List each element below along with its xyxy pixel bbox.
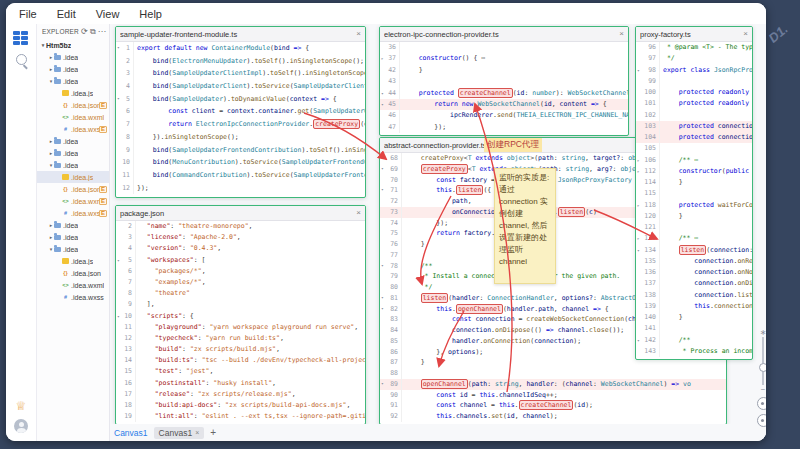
- fold-open-icon[interactable]: ▾: [117, 42, 120, 55]
- collapse-icon[interactable]: ⧉: [90, 27, 96, 37]
- fit-view-button[interactable]: [757, 397, 767, 410]
- line-number[interactable]: 71▾: [380, 185, 402, 196]
- tree-folder-row[interactable]: ▸.idea: [37, 51, 109, 63]
- line-number[interactable]: 45▾: [380, 99, 400, 110]
- highlighted-token[interactable]: listen: [456, 185, 483, 195]
- tree-folder-row[interactable]: ▸.idea: [37, 219, 109, 231]
- close-icon[interactable]: ×: [743, 30, 748, 38]
- close-icon[interactable]: ×: [356, 30, 361, 38]
- fold-open-icon[interactable]: ▾: [381, 261, 384, 272]
- tree-file-row[interactable]: {}.idea.json: [37, 267, 109, 279]
- tree-folder-row[interactable]: ▸.idea: [37, 147, 109, 159]
- line-number[interactable]: 106▸: [636, 155, 660, 166]
- zoom-slider-handle[interactable]: [759, 363, 766, 372]
- fold-open-icon[interactable]: ▾: [381, 304, 384, 315]
- fold-open-icon[interactable]: ▾: [637, 65, 640, 76]
- highlighted-token[interactable]: createProxy: [313, 119, 360, 129]
- line-number[interactable]: 10▾: [116, 311, 136, 322]
- search-icon[interactable]: [13, 54, 29, 70]
- close-icon[interactable]: ×: [356, 209, 361, 217]
- line-number[interactable]: 134▾: [636, 245, 660, 256]
- tree-file-row[interactable]: #.idea.wxss: [37, 291, 109, 303]
- tree-file-row[interactable]: <>.idea.wxml: [37, 111, 109, 123]
- highlighted-token[interactable]: openChannel: [456, 304, 503, 314]
- fold-open-icon[interactable]: ▾: [381, 379, 384, 390]
- canvas-tab[interactable]: Canvas1×: [154, 427, 205, 439]
- tree-file-row[interactable]: <>.idea.wxmlE: [37, 195, 109, 207]
- code-panel-electron-ipc[interactable]: electron-ipc-connection-provider.ts× 363…: [379, 26, 629, 136]
- highlighted-token[interactable]: createChannel: [458, 88, 513, 98]
- add-tab-button[interactable]: +: [210, 427, 216, 438]
- fold-open-icon[interactable]: ▾: [381, 185, 384, 196]
- close-icon[interactable]: ×: [619, 30, 624, 38]
- line-number[interactable]: 112▸: [636, 166, 660, 177]
- fold-open-icon[interactable]: ▾: [381, 88, 384, 99]
- tree-folder-row[interactable]: ▾.idea: [37, 243, 109, 255]
- code-panel-proxy-factory[interactable]: proxy-factory.ts× 96 * @param <T> - The …: [635, 26, 753, 360]
- fold-closed-icon[interactable]: ▸: [637, 166, 640, 177]
- fold-closed-icon[interactable]: ▸: [637, 200, 640, 211]
- line-number[interactable]: 82▾: [380, 304, 402, 315]
- fold-closed-icon[interactable]: ▸: [637, 155, 640, 166]
- tree-folder-row[interactable]: ▸.idea: [37, 231, 109, 243]
- tree-file-row[interactable]: #.idea.wxssE: [37, 123, 109, 135]
- fold-open-icon[interactable]: ▾: [637, 335, 640, 346]
- tree-file-row[interactable]: {}.idea.jsonE: [37, 183, 109, 195]
- fold-open-icon[interactable]: ▾: [381, 99, 384, 110]
- line-number[interactable]: 5▾: [116, 255, 136, 266]
- crown-icon[interactable]: ♕: [6, 399, 36, 413]
- highlighted-token[interactable]: listen: [558, 207, 585, 217]
- tree-folder-row[interactable]: ▾Htm5bz: [37, 39, 109, 51]
- line-number[interactable]: 98▾: [636, 65, 660, 76]
- menu-item-view[interactable]: View: [96, 8, 120, 20]
- tree-folder-row[interactable]: ▸.idea: [37, 63, 109, 75]
- fold-open-icon[interactable]: ▾: [117, 255, 120, 266]
- fold-closed-icon[interactable]: ▸: [381, 53, 384, 64]
- line-number[interactable]: 78▾: [380, 261, 402, 272]
- menu-item-edit[interactable]: Edit: [57, 8, 76, 20]
- annotation-label[interactable]: 创建RPC代理: [484, 138, 542, 152]
- highlighted-token[interactable]: createProxy: [421, 164, 468, 174]
- tree-file-row[interactable]: .idea.js: [37, 87, 109, 99]
- line-number[interactable]: 44▾: [380, 88, 400, 99]
- fold-open-icon[interactable]: ▾: [117, 93, 120, 106]
- fold-open-icon[interactable]: ▾: [117, 311, 120, 322]
- code-panel-sample-updater[interactable]: sample-updater-frontend-module.ts× 1▾exp…: [115, 26, 366, 198]
- canvas-tab-active[interactable]: Canvas1: [114, 428, 148, 438]
- line-number[interactable]: 118▸: [636, 200, 660, 211]
- line-number[interactable]: 81▾: [380, 293, 402, 304]
- more-icon[interactable]: ⋯: [98, 27, 106, 36]
- line-number[interactable]: 37▸: [380, 53, 400, 64]
- explorer-grid-icon[interactable]: [13, 31, 29, 47]
- fold-open-icon[interactable]: ▾: [637, 245, 640, 256]
- tree-file-row[interactable]: .idea.js: [37, 255, 109, 267]
- zoom-out-tick[interactable]: −: [756, 386, 766, 393]
- code-panel-package-json[interactable]: package.json× 2 "name": "theatre-monorep…: [115, 205, 366, 425]
- menu-item-help[interactable]: Help: [139, 8, 162, 20]
- zoom-slider[interactable]: [762, 337, 764, 385]
- tree-folder-row[interactable]: ▾.idea: [37, 75, 109, 87]
- line-number[interactable]: 5▾: [116, 93, 134, 106]
- close-icon[interactable]: ×: [195, 429, 199, 437]
- line-number[interactable]: 69▾: [380, 164, 402, 175]
- tree-file-row[interactable]: #.idea.wxssE: [37, 207, 109, 219]
- menu-item-file[interactable]: File: [19, 8, 37, 20]
- line-number[interactable]: 89▾: [380, 379, 402, 390]
- highlighted-token[interactable]: listen: [679, 245, 706, 255]
- overview-button[interactable]: [757, 414, 767, 427]
- fold-open-icon[interactable]: ▾: [381, 293, 384, 304]
- fold-open-icon[interactable]: ▾: [381, 164, 384, 175]
- line-number[interactable]: 133▸: [636, 233, 660, 244]
- tree-folder-row[interactable]: ▾.idea: [37, 159, 109, 171]
- refresh-icon[interactable]: ⟳: [81, 27, 88, 36]
- highlighted-token[interactable]: openChannel: [421, 379, 468, 389]
- tree-file-row[interactable]: {}.idea.jsonE: [37, 99, 109, 111]
- line-number[interactable]: 1▾: [116, 42, 134, 55]
- tree-file-row[interactable]: .idea.js: [37, 171, 109, 183]
- highlighted-token[interactable]: createChannel: [519, 400, 574, 410]
- line-number[interactable]: 142▾: [636, 335, 660, 346]
- fold-closed-icon[interactable]: ▸: [637, 233, 640, 244]
- tree-file-row[interactable]: <>.idea.wxml: [37, 279, 109, 291]
- tree-folder-row[interactable]: ▸.idea: [37, 135, 109, 147]
- sticky-note[interactable]: 监听的实质是: 通过 connection 实例创建 channel, 然后设置…: [494, 168, 556, 284]
